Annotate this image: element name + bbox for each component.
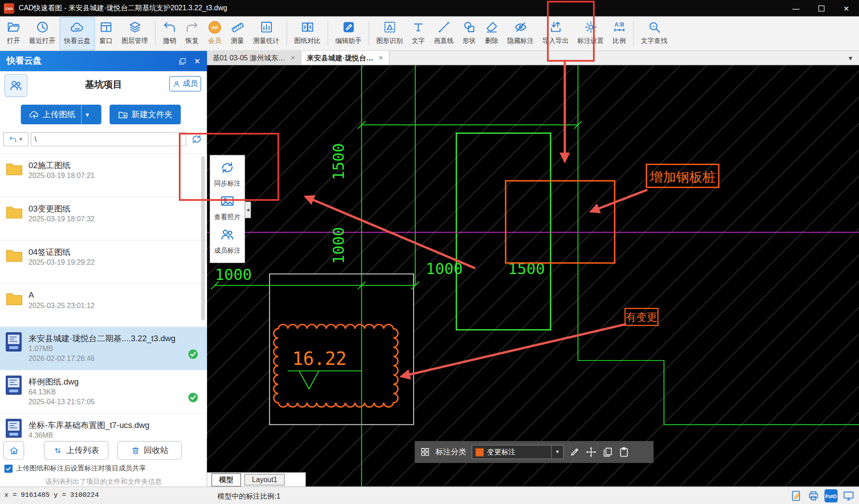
text-icon	[411, 19, 425, 35]
dwg-file-icon	[5, 419, 22, 438]
file-list-item-folder[interactable]: 02施工图纸 2025-03-19 18:07:21	[0, 154, 207, 197]
toolbar-item-shape-recognition[interactable]: 图形识别	[372, 17, 407, 50]
share-checkbox[interactable]	[4, 465, 13, 473]
drawing-tab[interactable]: 基01 03-05 滁州城东… ✕	[207, 51, 301, 65]
float-panel-icon[interactable]	[179, 57, 186, 65]
view-photo-button[interactable]: 查看照片	[214, 193, 241, 222]
folder-icon	[5, 292, 23, 309]
minimize-button[interactable]: —	[783, 0, 808, 17]
tab-close-icon[interactable]: ✕	[378, 54, 383, 61]
file-list-item-folder[interactable]: A 2025-03-25 23:01:12	[0, 284, 207, 327]
move-annotation-icon[interactable]	[586, 446, 597, 457]
view-photo-icon	[220, 193, 235, 211]
dimension-text: 1000	[330, 227, 347, 264]
toolbar-item-hide-annotation[interactable]: 隐藏标注	[503, 17, 538, 50]
toolbar-item-open[interactable]: 打开	[2, 17, 25, 50]
toolbar-separator	[287, 21, 287, 46]
file-list-item-dwg-selected[interactable]: 来安县城建·珑悦台二期基....3.22_t3.dwg 1.07MB 2026-…	[0, 327, 207, 370]
members-button[interactable]: 成员	[169, 76, 201, 91]
maximize-button[interactable]	[808, 0, 834, 17]
layout-tab-layout1[interactable]: Layout1	[244, 474, 285, 486]
toolbar-item-drawing-compare[interactable]: 图纸对比	[290, 17, 325, 50]
tab-list-dropdown-icon[interactable]: ▼	[847, 55, 853, 61]
toolbar-item-annotation-settings[interactable]: 标注设置	[573, 17, 608, 50]
dimension-text: 1000	[426, 260, 463, 278]
sync-annotation-button[interactable]: 同步标注	[214, 160, 241, 189]
annotation-scale-text: 模型中的标注比例:1	[217, 491, 280, 501]
new-folder-button[interactable]: 新建文件夹	[110, 105, 181, 124]
annotation-category-dropdown[interactable]: 变更标注 ▼	[472, 445, 564, 459]
tab-close-icon[interactable]: ✕	[290, 54, 295, 61]
hide-annotation-icon	[514, 19, 528, 35]
toolbar-item-import-export[interactable]: 导入导出	[538, 17, 573, 50]
dimension-text: 1000	[215, 266, 252, 284]
paste-annotation-icon[interactable]	[618, 446, 630, 457]
edit-assistant-icon	[342, 19, 355, 35]
dropdown-caret-icon: ▼	[551, 445, 560, 458]
edit-annotation-icon[interactable]	[569, 446, 580, 457]
elevation-text[interactable]: 16.22	[292, 348, 347, 369]
markup-note-icon[interactable]	[791, 490, 803, 502]
print-icon[interactable]	[808, 490, 820, 502]
import-export-icon	[549, 19, 563, 35]
cursor-coordinates: x = 9161485 y = 3100224	[4, 491, 99, 499]
file-list-item-folder[interactable]: 04签证图纸 2025-03-19 19:29:22	[0, 241, 207, 284]
cloud-panel-header: 快看云盘 ✕	[0, 51, 207, 71]
folder-icon	[5, 205, 23, 222]
toolbar-item-find-text[interactable]: A 文字查找	[637, 17, 672, 50]
drawing-tab-active[interactable]: 来安县城建·珑悦台… ✕	[301, 51, 389, 65]
copy-annotation-icon[interactable]	[602, 446, 613, 457]
pd-toggle-button[interactable]: P⇄D	[825, 489, 838, 502]
float-panel-collapse-handle[interactable]: ◀	[245, 202, 251, 218]
toolbar-item-scale[interactable]: A:B 比例	[608, 17, 630, 50]
upload-dropdown-caret[interactable]: ▼	[81, 105, 93, 124]
home-button[interactable]	[3, 441, 24, 460]
toolbar-item-shapes[interactable]: 形状	[458, 17, 480, 50]
file-list: 02施工图纸 2025-03-19 18:07:21 03变更图纸 2025-0…	[0, 153, 207, 438]
toolbar-item-redo[interactable]: 恢复	[181, 17, 203, 50]
window-title: CAD快速看图 - 来安县城建·珑悦台二期基坑支护2021.3.22_t3.dw…	[19, 3, 227, 13]
layers-icon	[128, 19, 142, 35]
upload-list-button[interactable]: 上传列表	[44, 441, 109, 460]
toolbar-item-edit-assistant[interactable]: 编辑助手	[331, 17, 366, 50]
path-back-button[interactable]: ▼	[3, 132, 28, 146]
cad-canvas[interactable]: 1500 1000 1000 1000 1500 16.22 增加钢板桩	[207, 65, 859, 487]
toolbar-item-vip[interactable]: VIP 会员	[203, 17, 226, 50]
close-panel-icon[interactable]: ✕	[194, 57, 200, 66]
path-back-caret[interactable]: ▼	[18, 136, 23, 142]
refresh-sync-icon[interactable]	[190, 132, 204, 146]
close-button[interactable]: ✕	[834, 0, 859, 17]
path-input[interactable]	[31, 132, 186, 146]
toolbar-item-recent[interactable]: 最近打开	[25, 17, 59, 50]
file-list-item-folder[interactable]: 03变更图纸 2025-03-19 18:07:32	[0, 197, 207, 241]
monitor-icon[interactable]	[842, 490, 855, 502]
file-list-item-dwg[interactable]: 坐标-车库基础布置图_t7-ucs.dwg 4.36MB	[0, 414, 207, 438]
toolbar-item-window[interactable]: 窗口	[95, 17, 117, 50]
measure-icon	[231, 19, 245, 35]
member-annotation-button[interactable]: 成员标注	[214, 227, 241, 255]
toolbar-item-cloud-drive[interactable]: 快看云盘	[60, 17, 95, 50]
toolbar-item-measure[interactable]: 测量	[226, 17, 249, 50]
toolbar-item-measure-stats[interactable]: 测量统计	[249, 17, 284, 50]
status-bar: x = 9161485 y = 3100224 模型中的标注比例:1 P⇄D	[0, 487, 859, 504]
toolbar-item-undo[interactable]: 撤销	[158, 17, 181, 50]
app-logo-icon: CAD	[4, 3, 14, 13]
scale-icon: A:B	[613, 19, 626, 35]
undo-icon	[163, 19, 177, 35]
toolbar-item-text[interactable]: 文字	[407, 17, 429, 50]
share-checkbox-label: 上传图纸和标注后设置标注对项目成员共享	[16, 464, 146, 474]
recycle-bin-button[interactable]: 回收站	[117, 441, 182, 460]
layout-tab-model[interactable]: 模型	[212, 473, 241, 486]
toolbar-item-draw-line[interactable]: 画直线	[429, 17, 458, 50]
toolbar-item-layers[interactable]: 图层管理	[117, 17, 152, 50]
toolbar-item-label: 打开	[7, 36, 20, 45]
cloud-panel-title: 快看云盘	[7, 55, 42, 67]
file-list-scrollbar[interactable]	[201, 156, 205, 321]
cad-drawing: 1500 1000 1000 1000 1500 16.22 增加钢板桩	[207, 65, 859, 487]
toolbar-item-delete[interactable]: 删除	[480, 17, 503, 50]
file-list-item-dwg[interactable]: 样例图纸.dwg 64.13KB 2025-04-13 21:57:05	[0, 370, 207, 414]
apps-grid-icon[interactable]	[420, 447, 430, 457]
drawing-tab-bar: 基01 03-05 滁州城东… ✕ 来安县城建·珑悦台… ✕ ▼	[207, 51, 859, 65]
recent-clock-icon	[35, 19, 49, 35]
upload-drawing-button[interactable]: 上传图纸 ▼	[21, 105, 102, 124]
